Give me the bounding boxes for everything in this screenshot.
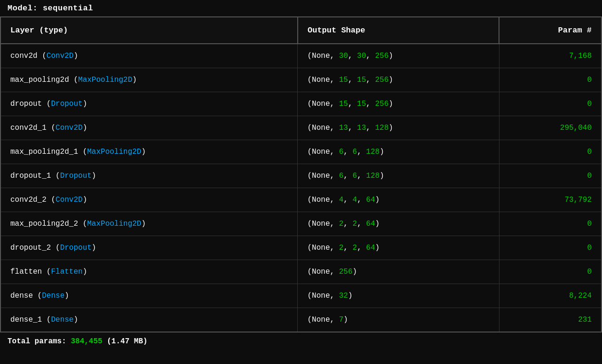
param-cell: 295,040 [499, 116, 602, 140]
output-shape-cell: (None, 15, 15, 256) [298, 68, 499, 92]
layer-cell: flatten (Flatten) [0, 260, 298, 284]
output-shape-cell: (None, 256) [298, 260, 499, 284]
param-cell: 7,168 [499, 44, 602, 68]
output-shape-cell: (None, 13, 13, 128) [298, 116, 499, 140]
layer-type: Conv2D [55, 196, 83, 204]
layer-name: max_pooling2d_1 [10, 148, 83, 156]
layer-type: Conv2D [47, 52, 74, 60]
model-label: Model: [8, 4, 38, 13]
layer-type: Dropout [60, 244, 92, 252]
layer-name: flatten [10, 268, 47, 276]
table-row: dropout_2 (Dropout)(None, 2, 2, 64)0 [0, 236, 602, 260]
layer-type: Dense [42, 292, 64, 300]
footer-size: (1.47 MB) [107, 337, 147, 346]
param-cell: 73,792 [499, 188, 602, 212]
layer-cell: dropout_1 (Dropout) [0, 164, 298, 188]
table-row: dropout (Dropout)(None, 15, 15, 256)0 [0, 92, 602, 116]
layer-cell: dense (Dense) [0, 284, 298, 308]
layer-column-header: Layer (type) [0, 17, 298, 44]
layer-type: MaxPooling2D [78, 76, 132, 84]
layer-cell: conv2d_1 (Conv2D) [0, 116, 298, 140]
param-cell: 231 [499, 308, 602, 332]
layer-name: max_pooling2d_2 [10, 220, 83, 228]
model-name: sequential [43, 4, 93, 13]
layer-cell: dropout (Dropout) [0, 92, 298, 116]
layer-cell: dense_1 (Dense) [0, 308, 298, 332]
param-cell: 0 [499, 68, 602, 92]
param-cell: 0 [499, 164, 602, 188]
model-header: Model: sequential [0, 0, 602, 16]
layer-name: dropout_2 [10, 244, 55, 252]
layer-cell: conv2d (Conv2D) [0, 44, 298, 68]
output-shape-column-header: Output Shape [298, 17, 499, 44]
table-row: dense (Dense)(None, 32)8,224 [0, 284, 602, 308]
layer-name: dropout_1 [10, 172, 55, 180]
layer-type: MaxPooling2D [87, 220, 141, 228]
output-shape-cell: (None, 4, 4, 64) [298, 188, 499, 212]
table-row: conv2d_2 (Conv2D)(None, 4, 4, 64)73,792 [0, 188, 602, 212]
layer-name: max_pooling2d [10, 76, 73, 84]
table-row: max_pooling2d (MaxPooling2D)(None, 15, 1… [0, 68, 602, 92]
model-summary-table: Layer (type) Output Shape Param # conv2d… [0, 16, 602, 332]
param-cell: 0 [499, 236, 602, 260]
table-row: flatten (Flatten)(None, 256)0 [0, 260, 602, 284]
param-cell: 8,224 [499, 284, 602, 308]
table-row: conv2d (Conv2D)(None, 30, 30, 256)7,168 [0, 44, 602, 68]
layer-cell: max_pooling2d_2 (MaxPooling2D) [0, 212, 298, 236]
table-header-row: Layer (type) Output Shape Param # [0, 17, 602, 44]
output-shape-cell: (None, 15, 15, 256) [298, 92, 499, 116]
param-cell: 0 [499, 92, 602, 116]
table-row: dropout_1 (Dropout)(None, 6, 6, 128)0 [0, 164, 602, 188]
table-row: max_pooling2d_1 (MaxPooling2D)(None, 6, … [0, 140, 602, 164]
table-row: dense_1 (Dense)(None, 7)231 [0, 308, 602, 332]
output-shape-cell: (None, 30, 30, 256) [298, 44, 499, 68]
footer: Total params: 384,455 (1.47 MB) [0, 332, 602, 350]
layer-cell: dropout_2 (Dropout) [0, 236, 298, 260]
output-shape-cell: (None, 2, 2, 64) [298, 212, 499, 236]
layer-type: MaxPooling2D [87, 148, 141, 156]
layer-name: conv2d [10, 52, 42, 60]
param-cell: 0 [499, 260, 602, 284]
layer-name: dense [10, 292, 38, 300]
layer-name: conv2d_1 [10, 124, 51, 132]
param-column-header: Param # [499, 17, 602, 44]
layer-type: Dropout [60, 172, 92, 180]
table-row: max_pooling2d_2 (MaxPooling2D)(None, 2, … [0, 212, 602, 236]
layer-type: Flatten [51, 268, 82, 276]
layer-name: dropout [10, 100, 47, 108]
footer-value: 384,455 [71, 337, 102, 346]
layer-cell: max_pooling2d (MaxPooling2D) [0, 68, 298, 92]
footer-label: Total params: [8, 337, 71, 346]
layer-name: conv2d_2 [10, 196, 51, 204]
table-row: conv2d_1 (Conv2D)(None, 13, 13, 128)295,… [0, 116, 602, 140]
output-shape-cell: (None, 6, 6, 128) [298, 140, 499, 164]
layer-type: Dropout [51, 100, 82, 108]
layer-name: dense_1 [10, 316, 47, 324]
footer-suffix [103, 337, 107, 346]
layer-cell: conv2d_2 (Conv2D) [0, 188, 298, 212]
layer-type: Dense [51, 316, 73, 324]
output-shape-cell: (None, 6, 6, 128) [298, 164, 499, 188]
param-cell: 0 [499, 212, 602, 236]
param-cell: 0 [499, 140, 602, 164]
layer-cell: max_pooling2d_1 (MaxPooling2D) [0, 140, 298, 164]
output-shape-cell: (None, 7) [298, 308, 499, 332]
layer-type: Conv2D [55, 124, 83, 132]
output-shape-cell: (None, 32) [298, 284, 499, 308]
output-shape-cell: (None, 2, 2, 64) [298, 236, 499, 260]
